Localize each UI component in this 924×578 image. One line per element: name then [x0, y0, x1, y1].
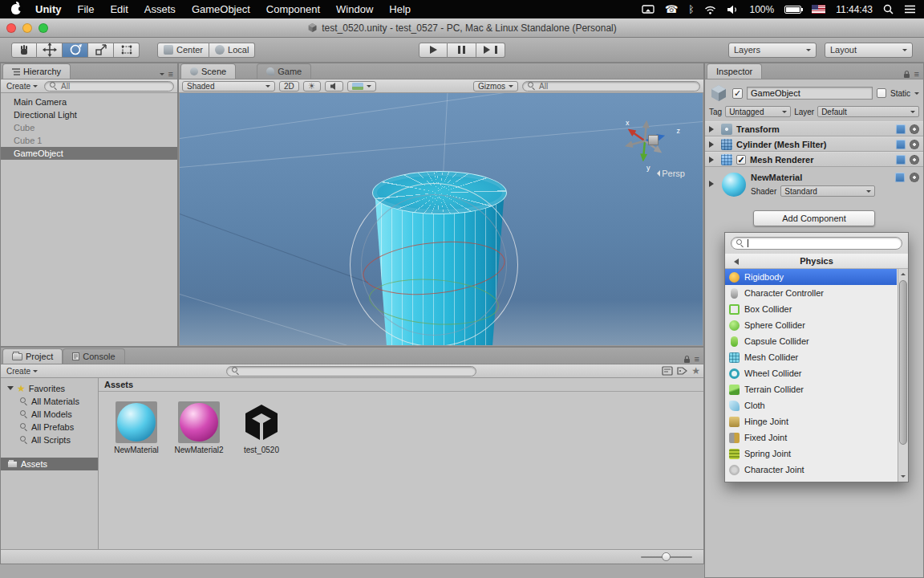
gizmos-dropdown[interactable]: Gizmos	[473, 81, 518, 92]
meshrenderer-enabled-checkbox[interactable]: ✓	[736, 155, 746, 165]
hierarchy-tab[interactable]: Hierarchy	[2, 63, 71, 79]
component-item-spring-joint[interactable]: Spring Joint	[725, 446, 897, 462]
layer-dropdown[interactable]: Default	[817, 106, 919, 117]
component-search-input[interactable]	[731, 237, 902, 250]
scale-tool-button[interactable]	[88, 43, 114, 58]
gear-icon[interactable]	[910, 140, 919, 149]
component-item-cloth[interactable]: Cloth	[725, 397, 897, 413]
scene-effects-dropdown[interactable]	[347, 81, 376, 92]
rect-tool-button[interactable]	[114, 43, 140, 58]
close-window-button[interactable]	[6, 23, 16, 33]
help-book-icon[interactable]	[896, 124, 906, 134]
scene-search-input[interactable]: All	[522, 81, 700, 92]
pivot-center-button[interactable]: Center	[157, 43, 209, 58]
active-checkbox[interactable]: ✓	[732, 88, 743, 99]
phone-icon[interactable]: ☎	[665, 3, 678, 15]
favorite-all-scripts[interactable]: All Scripts	[1, 434, 98, 446]
project-lock-icon[interactable]	[683, 355, 691, 364]
component-item-wheel-collider[interactable]: Wheel Collider	[725, 365, 897, 381]
foldout-icon[interactable]	[709, 141, 717, 148]
inspector-lock-icon[interactable]	[903, 70, 910, 79]
project-search-input[interactable]	[226, 366, 476, 377]
static-checkbox[interactable]	[877, 88, 886, 98]
search-by-type-icon[interactable]	[662, 366, 673, 376]
asset-newmaterial2[interactable]: NewMaterial2	[172, 401, 225, 454]
hierarchy-item-gameobject[interactable]: GameObject	[1, 147, 177, 160]
component-item-rigidbody[interactable]: Rigidbody	[725, 269, 897, 285]
asset-test-0520-scene[interactable]: test_0520	[235, 401, 288, 454]
component-item-capsule-collider[interactable]: Capsule Collider	[725, 333, 897, 349]
battery-icon[interactable]	[784, 6, 801, 14]
game-tab[interactable]: Game	[257, 63, 311, 79]
menu-gameobject[interactable]: GameObject	[184, 3, 258, 15]
project-create-dropdown[interactable]: Create	[4, 367, 40, 376]
favorite-all-models[interactable]: All Models	[1, 408, 98, 421]
help-book-icon[interactable]	[896, 155, 906, 165]
scene-orientation-gizmo[interactable]: x z y	[626, 112, 682, 169]
favorites-expand-icon[interactable]	[7, 386, 14, 393]
volume-icon[interactable]	[727, 5, 739, 14]
favorite-all-prefabs[interactable]: All Prefabs	[1, 421, 98, 434]
move-tool-button[interactable]	[37, 43, 63, 58]
gameobject-name-field[interactable]: GameObject	[747, 87, 873, 100]
inspector-tab[interactable]: Inspector	[707, 63, 762, 79]
foldout-icon[interactable]	[709, 181, 717, 187]
layout-dropdown[interactable]: Layout	[825, 43, 913, 58]
perspective-toggle[interactable]: Persp	[654, 169, 685, 178]
component-item-character-joint[interactable]: Character Joint	[725, 462, 897, 478]
material-header-row[interactable]: NewMaterial Shader Standard	[705, 167, 923, 199]
spotlight-search-icon[interactable]	[883, 4, 894, 14]
scene-tab[interactable]: Scene	[180, 63, 236, 79]
wifi-icon[interactable]	[704, 5, 716, 14]
component-item-sphere-collider[interactable]: Sphere Collider	[725, 317, 897, 333]
pause-button[interactable]	[448, 43, 476, 58]
hierarchy-item-cube[interactable]: Cube	[1, 121, 177, 134]
scene-viewport[interactable]: x z y Persp	[180, 93, 703, 345]
menu-unity[interactable]: Unity	[27, 3, 70, 15]
bluetooth-icon[interactable]: ᛒ	[688, 5, 694, 14]
minimize-window-button[interactable]	[22, 23, 32, 33]
menu-list-icon[interactable]	[904, 5, 916, 14]
gear-icon[interactable]	[910, 155, 919, 165]
scroll-down-icon[interactable]	[898, 471, 908, 482]
rotation-local-button[interactable]: Local	[209, 43, 255, 58]
apple-menu-icon[interactable]	[11, 4, 21, 14]
popup-scrollbar[interactable]	[898, 269, 908, 482]
zoom-window-button[interactable]	[38, 23, 48, 33]
axis-hub-cube[interactable]	[648, 135, 659, 145]
hierarchy-create-dropdown[interactable]: Create	[4, 82, 40, 91]
menu-edit[interactable]: Edit	[102, 3, 136, 15]
step-button[interactable]	[476, 43, 505, 58]
tag-dropdown[interactable]: Untagged	[725, 106, 791, 117]
hierarchy-item-main-camera[interactable]: Main Camera	[1, 96, 177, 108]
foldout-icon[interactable]	[709, 157, 717, 163]
scroll-up-icon[interactable]	[898, 269, 908, 279]
scroll-thumb[interactable]	[899, 280, 907, 445]
menu-assets[interactable]: Assets	[136, 3, 184, 15]
inspector-options-menu-icon[interactable]: ≡	[914, 69, 919, 79]
project-options-menu-icon[interactable]: ≡	[695, 354, 699, 364]
menubar-clock[interactable]: 11:44:43	[836, 4, 873, 15]
favorites-header[interactable]: ★ Favorites	[1, 382, 98, 395]
component-item-hinge-joint[interactable]: Hinge Joint	[725, 413, 897, 429]
play-button[interactable]	[419, 43, 448, 58]
component-item-terrain-collider[interactable]: Terrain Collider	[725, 381, 897, 397]
console-tab[interactable]: Console	[63, 348, 124, 364]
component-item-box-collider[interactable]: Box Collider	[725, 301, 897, 317]
scene-audio-button[interactable]	[325, 81, 343, 92]
input-language-flag-icon[interactable]	[812, 5, 825, 14]
help-book-icon[interactable]	[896, 140, 906, 149]
hierarchy-item-cube-1[interactable]: Cube 1	[1, 134, 177, 147]
foldout-icon[interactable]	[709, 126, 717, 132]
axis-y-cone[interactable]	[639, 140, 648, 162]
meshfilter-component-row[interactable]: Cylinder (Mesh Filter)	[705, 136, 923, 152]
menu-file[interactable]: File	[70, 3, 103, 15]
draw-mode-dropdown[interactable]: Shaded	[182, 81, 275, 92]
help-book-icon[interactable]	[895, 173, 905, 182]
transform-component-row[interactable]: Transform	[705, 121, 923, 136]
search-by-label-icon[interactable]	[677, 366, 687, 376]
back-arrow-icon[interactable]	[731, 258, 739, 265]
project-tab[interactable]: Project	[2, 348, 63, 364]
gear-icon[interactable]	[910, 124, 919, 134]
slider-knob[interactable]	[662, 552, 671, 561]
